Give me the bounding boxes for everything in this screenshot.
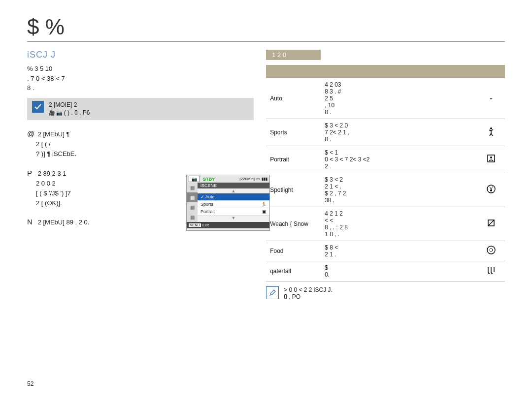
battery-icon: ▮▮▮ xyxy=(262,177,267,181)
lcd-tab-icon: ▦ xyxy=(187,183,198,192)
sports-icon xyxy=(477,119,505,146)
snow-icon xyxy=(477,207,505,241)
step-text: [ ( $ '/J$ ') ]7 xyxy=(36,189,71,197)
mode-name: Spotlight xyxy=(266,173,321,207)
note-bar: 2 [MOIE] 2 🎥 📷 ( ) . ũ , P6 xyxy=(27,98,254,121)
footnote-text: > 0 0 < 2 2 iSCJ J. xyxy=(284,286,332,293)
step-number: @ xyxy=(27,128,36,139)
svg-point-0 xyxy=(490,127,492,129)
footnote: > 0 0 < 2 2 iSCJ J. ũ , PO xyxy=(266,286,505,300)
note-text: ( ) . ũ , P6 xyxy=(64,109,90,116)
step-number: N xyxy=(27,216,36,227)
step-text: ? )] ¶ iSCEbE. xyxy=(36,150,76,157)
video-icon: 🎥 xyxy=(49,110,55,116)
mode-name: Auto xyxy=(266,78,321,119)
mode-desc: 4 2 1 2 < < 8 , . : 2 8 1 8 , . xyxy=(321,207,477,241)
page-number: 52 xyxy=(27,380,33,387)
table-row: Food $ 8 < 2 1 . xyxy=(266,241,505,261)
mode-name: qaterfall xyxy=(266,261,321,281)
table-row: Spotlight $ 3 < 2 2 1 < . $ 2 , 7 2 38 . xyxy=(266,173,505,207)
mode-name: Food xyxy=(266,241,321,261)
pencil-note-icon xyxy=(266,286,279,299)
footnote-text: ũ , PO xyxy=(284,293,332,300)
lcd-tab-icon: ▦ xyxy=(187,202,198,212)
spotlight-icon xyxy=(477,173,505,207)
modes-table: Auto 4 2 03 8 3 . # 2 5 , 10 8 . - Sport… xyxy=(266,65,505,281)
page-title: $ % xyxy=(27,15,505,42)
submenu-tab: 1 2 0 xyxy=(266,50,321,60)
note-check-icon xyxy=(32,101,44,113)
lcd-menu-title: iSCENE xyxy=(198,183,269,188)
mode-desc: $ 3 < 2 0 7 2< 2 1 , 8 . xyxy=(321,119,477,146)
lcd-tab-icon: ▦ xyxy=(187,192,198,202)
table-row: Weach { Snow 4 2 1 2 < < 8 , . : 2 8 1 8… xyxy=(266,207,505,241)
mode-name: Portrait xyxy=(266,146,321,173)
step-text: 2 [MEbU] 89 , 2 0. xyxy=(38,219,90,226)
step-number: P xyxy=(27,167,36,179)
camera-icon: 📷 xyxy=(56,110,62,116)
lcd-menu-item[interactable]: Sports🏃 xyxy=(198,201,269,208)
step-text: 2 [MEbU] ¶ xyxy=(38,130,70,138)
mode-desc: $ < 1 0 < 3 < 7 2< 3 <2 2 . xyxy=(321,146,477,173)
mode-desc: $ 3 < 2 2 1 < . $ 2 , 7 2 38 . xyxy=(321,173,477,207)
step-text: 2 0 0 2 xyxy=(36,180,56,187)
mode-icon: - xyxy=(477,78,505,119)
intro-line: , 7 0 < 38 < 7 xyxy=(27,74,254,84)
step-text: 2 [ ( / xyxy=(36,140,51,148)
svg-point-7 xyxy=(490,249,493,251)
lcd-tab-icon: ▦ xyxy=(187,212,198,222)
table-row: Sports $ 3 < 2 0 7 2< 2 1 , 8 . xyxy=(266,119,505,146)
note-text: 2 [MOIE] 2 xyxy=(49,101,77,108)
mode-name: Weach { Snow xyxy=(266,207,321,241)
table-row: Auto 4 2 03 8 3 . # 2 5 , 10 8 . - xyxy=(266,78,505,119)
food-icon xyxy=(477,241,505,261)
card-icon: ▭ xyxy=(256,177,260,181)
lcd-mode-icon: 📷 xyxy=(189,176,200,182)
table-row: Portrait $ < 1 0 < 3 < 7 2< 3 <2 2 . xyxy=(266,146,505,173)
lcd-illustration: 📷 STBY [220Min] ▭ ▮▮▮ ▦ ▦ ▦ ▦ iSCENE ▲ ✓… xyxy=(186,175,270,231)
lcd-exit: Exit xyxy=(202,223,209,227)
svg-point-2 xyxy=(490,156,492,158)
lcd-menu-item[interactable]: Portrait▣ xyxy=(198,208,269,216)
mode-name: Sports xyxy=(266,119,321,146)
intro-line: % 3 5 10 xyxy=(27,64,254,74)
intro-line: 8 . xyxy=(27,83,254,93)
lcd-stby-label: STBY xyxy=(203,177,215,182)
section-subhead: iSCJ J xyxy=(27,50,254,60)
lcd-time: [220Min] xyxy=(239,177,255,181)
mode-desc: $ 8 < 2 1 . xyxy=(321,241,477,261)
svg-point-6 xyxy=(487,246,495,254)
mode-desc: $ 0. xyxy=(321,261,477,281)
step-text: 2 [ (OK)]. xyxy=(36,199,62,207)
lcd-menu-chip: MENU xyxy=(189,223,201,227)
portrait-icon xyxy=(477,146,505,173)
lcd-menu-item[interactable]: ✓ Auto xyxy=(198,193,269,201)
step-text: 2 89 2 3 1 xyxy=(38,170,66,177)
table-row: qaterfall $ 0. xyxy=(266,261,505,281)
waterfall-icon xyxy=(477,261,505,281)
mode-desc: 4 2 03 8 3 . # 2 5 , 10 8 . xyxy=(321,78,477,119)
